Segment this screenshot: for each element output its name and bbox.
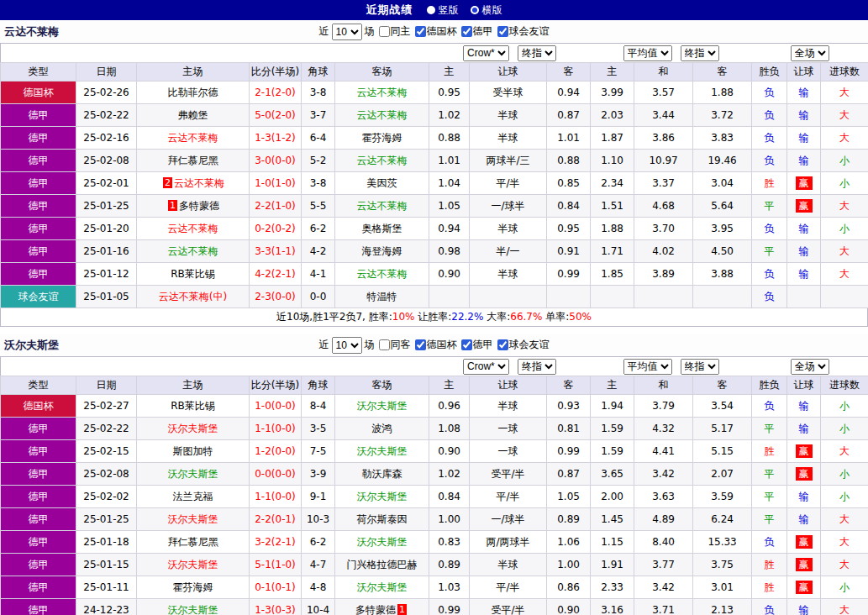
checkbox-input[interactable] bbox=[461, 339, 472, 350]
team-link[interactable]: 沃尔夫斯堡 bbox=[357, 536, 408, 548]
euro-odds-source-select-1[interactable]: 终指 bbox=[681, 45, 719, 61]
team-link[interactable]: 比勒菲尔德 bbox=[168, 87, 218, 98]
team-link[interactable]: 云达不莱梅 bbox=[168, 245, 218, 257]
filter-checkbox[interactable]: 球会友谊 bbox=[493, 24, 550, 39]
table-row: 德甲25-01-16云达不莱梅3-3(1-1)4-2海登海姆0.98半/一0.9… bbox=[1, 240, 868, 263]
handicap-away-odds bbox=[547, 286, 591, 308]
checkbox-input[interactable] bbox=[379, 26, 390, 37]
euro-odds-source-select-0[interactable]: 平均值 bbox=[623, 45, 672, 61]
match-count-select[interactable]: 10 bbox=[332, 337, 362, 354]
league-cell: 德甲 bbox=[1, 599, 76, 615]
euro-away-odds: 5.17 bbox=[693, 418, 752, 440]
filter-checkbox[interactable]: 同主 bbox=[375, 24, 411, 39]
table-row: 德甲25-01-25沃尔夫斯堡2-2(0-1)10-3荷尔斯泰因1.00一/球半… bbox=[1, 508, 868, 531]
team-link[interactable]: 云达不莱梅 bbox=[357, 200, 408, 212]
team-link[interactable]: 霍芬海姆 bbox=[173, 581, 213, 593]
team-link[interactable]: 门兴格拉德巴赫 bbox=[347, 559, 418, 570]
team-link[interactable]: 弗赖堡 bbox=[178, 109, 208, 121]
checkbox-input[interactable] bbox=[497, 26, 508, 37]
team-link[interactable]: 云达不莱梅 bbox=[357, 109, 408, 121]
scope-select-0[interactable]: 全场 bbox=[791, 45, 829, 61]
euro-away-odds: 3.75 bbox=[693, 554, 752, 576]
team-link[interactable]: 云达不莱梅 bbox=[168, 132, 218, 144]
team-link[interactable]: 美因茨 bbox=[367, 177, 397, 189]
team-link[interactable]: 沃尔夫斯堡 bbox=[168, 559, 218, 570]
team-link[interactable]: 法兰克福 bbox=[173, 491, 213, 502]
layout-radio-horizontal[interactable]: 横版 bbox=[471, 3, 502, 18]
euro-draw-odds: 3.42 bbox=[634, 576, 693, 599]
team-link[interactable]: RB莱比锡 bbox=[171, 400, 215, 412]
team-link[interactable]: 拜仁慕尼黑 bbox=[168, 155, 218, 166]
euro-odds-source-select-1[interactable]: 终指 bbox=[681, 359, 719, 375]
team-link[interactable]: 沃尔夫斯堡 bbox=[168, 468, 218, 480]
handicap-home-odds: 1.05 bbox=[429, 195, 470, 218]
handicap-line: 受半球 bbox=[470, 81, 547, 104]
away-team-cell: 云达不莱梅 bbox=[335, 263, 429, 286]
team-link[interactable]: 奥格斯堡 bbox=[362, 223, 402, 234]
asian-odds-source-select-1[interactable]: 终指 bbox=[518, 45, 556, 61]
team-link[interactable]: 沃尔夫斯堡 bbox=[168, 423, 218, 434]
filter-checkbox[interactable]: 德国杯 bbox=[411, 24, 457, 39]
checkbox-label: 德国杯 bbox=[427, 24, 457, 39]
table-row: 德甲25-01-15沃尔夫斯堡5-1(1-0)4-7门兴格拉德巴赫0.89半球1… bbox=[1, 554, 868, 576]
euro-odds-source-select-0[interactable]: 平均值 bbox=[623, 359, 672, 375]
handicap-line: 平/半 bbox=[470, 486, 547, 508]
euro-home-odds: 1.10 bbox=[591, 150, 634, 172]
checkbox-input[interactable] bbox=[497, 339, 508, 350]
checkbox-input[interactable] bbox=[461, 26, 472, 37]
column-header: 主 bbox=[429, 376, 470, 395]
team-link[interactable]: 云达不莱梅 bbox=[357, 268, 408, 280]
handicap-home-odds: 0.94 bbox=[429, 218, 470, 240]
checkbox-input[interactable] bbox=[379, 339, 390, 350]
team-link[interactable]: 沃尔夫斯堡 bbox=[357, 400, 408, 412]
team-link[interactable]: 沃尔夫斯堡 bbox=[168, 604, 218, 615]
asian-odds-source-select-0[interactable]: Crow* bbox=[463, 45, 509, 61]
team-link[interactable]: 云达不莱梅 bbox=[168, 223, 218, 234]
team-link[interactable]: 沃尔夫斯堡 bbox=[357, 445, 408, 457]
filter-checkbox[interactable]: 球会友谊 bbox=[493, 338, 550, 352]
filter-checkbox[interactable]: 同客 bbox=[375, 338, 411, 352]
handicap-away-odds: 0.88 bbox=[547, 150, 591, 172]
filter-checkbox[interactable]: 德甲 bbox=[457, 338, 493, 352]
date-cell: 25-02-16 bbox=[76, 127, 137, 150]
column-header: 主 bbox=[591, 376, 634, 395]
results-table: Crow*终指平均值终指全场类型日期主场比分(半场)角球客场主让球客主和客胜负让… bbox=[0, 356, 868, 615]
filter-checkbox[interactable]: 德国杯 bbox=[411, 338, 457, 352]
team-link[interactable]: 波鸿 bbox=[372, 423, 392, 434]
result-cell: 胜 bbox=[752, 554, 787, 576]
team-link[interactable]: 霍芬海姆 bbox=[362, 132, 402, 144]
checkbox-input[interactable] bbox=[415, 339, 426, 350]
team-link[interactable]: 沃尔夫斯堡 bbox=[357, 581, 408, 593]
layout-radio-vertical[interactable]: 竖版 bbox=[427, 3, 459, 18]
filter-checkbox[interactable]: 德甲 bbox=[457, 24, 493, 39]
team-link[interactable]: 云达不莱梅 bbox=[174, 177, 224, 189]
team-link[interactable]: 沃尔夫斯堡 bbox=[357, 491, 408, 502]
team-link[interactable]: 多特蒙德 bbox=[355, 604, 396, 615]
asian-odds-source-select-1[interactable]: 终指 bbox=[518, 359, 556, 375]
goals-cell: 大 bbox=[821, 599, 868, 615]
team-link[interactable]: 多特蒙德 bbox=[179, 200, 219, 212]
team-link[interactable]: 云达不莱梅 bbox=[357, 155, 408, 166]
league-cell: 德甲 bbox=[1, 150, 76, 172]
team-link[interactable]: 海登海姆 bbox=[362, 245, 402, 257]
team-link[interactable]: 特温特 bbox=[367, 291, 397, 302]
team-link[interactable]: 荷尔斯泰因 bbox=[357, 513, 408, 525]
euro-away-odds: 4.50 bbox=[693, 240, 752, 263]
checkbox-input[interactable] bbox=[415, 26, 426, 37]
date-cell: 25-02-08 bbox=[76, 463, 137, 486]
asian-odds-source-select-0[interactable]: Crow* bbox=[463, 359, 509, 375]
team-link[interactable]: 云达不莱梅 bbox=[357, 87, 408, 98]
team-link[interactable]: RB莱比锡 bbox=[171, 268, 215, 280]
match-count-select[interactable]: 10 bbox=[332, 24, 362, 40]
team-link[interactable]: 勒沃库森 bbox=[362, 468, 402, 480]
radio-icon[interactable] bbox=[471, 6, 479, 14]
team-link[interactable]: 拜仁慕尼黑 bbox=[168, 536, 218, 548]
team-link[interactable]: 云达不莱梅(中) bbox=[159, 291, 227, 302]
team-link[interactable]: 斯图加特 bbox=[173, 445, 213, 457]
table-row: 德甲25-01-20云达不莱梅0-2(0-2)6-2奥格斯堡0.94半球0.95… bbox=[1, 218, 868, 240]
team-link[interactable]: 沃尔夫斯堡 bbox=[168, 513, 218, 525]
scope-select-0[interactable]: 全场 bbox=[791, 359, 829, 375]
radio-icon[interactable] bbox=[427, 6, 435, 14]
handicap-result-cell: 输 bbox=[787, 508, 821, 531]
euro-home-odds: 1.45 bbox=[591, 508, 634, 531]
